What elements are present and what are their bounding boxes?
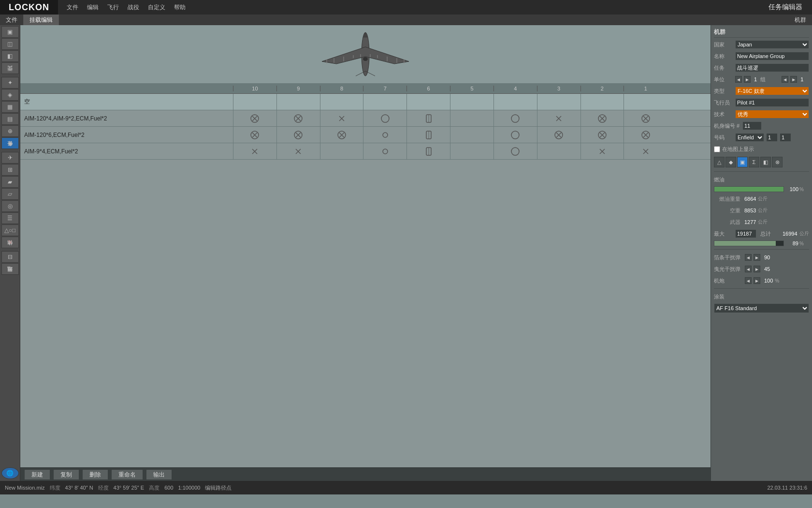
type-select[interactable]: F-16C 奴隶	[735, 87, 809, 95]
country-select[interactable]: Japan	[735, 40, 809, 49]
sidebar-mission-icon6[interactable]: ◉	[1, 137, 19, 149]
sidebar-obj-icon4[interactable]: ▱	[1, 188, 19, 200]
pylon-1-7[interactable]	[363, 127, 406, 143]
max-value-input[interactable]	[735, 229, 756, 238]
pylon-0-4[interactable]	[493, 110, 537, 126]
pylon-2-8[interactable]	[320, 143, 363, 159]
gun-right-btn[interactable]: ►	[754, 277, 760, 284]
sidebar-obj-icon8[interactable]: ✕	[1, 237, 19, 248]
flare-left-btn[interactable]: ◄	[745, 266, 752, 272]
unit-prev-btn[interactable]: ◄	[782, 76, 788, 83]
map-checkbox[interactable]	[714, 146, 720, 152]
pylon-0-7[interactable]	[363, 110, 406, 126]
pylon-1-6[interactable]	[406, 127, 450, 143]
menu-file[interactable]: 文件	[63, 2, 82, 13]
pylon-0-9[interactable]	[276, 110, 320, 126]
tool-btn-2[interactable]: ◆	[725, 157, 736, 167]
pilot-input[interactable]	[735, 98, 809, 107]
sidebar-mission-icon3[interactable]: ▦	[1, 101, 19, 113]
pylon-0-5[interactable]	[450, 110, 493, 126]
pylon-1-5[interactable]	[450, 127, 493, 143]
sidebar-obj-icon7[interactable]: △○□	[1, 224, 19, 236]
flare-right-btn[interactable]: ►	[754, 266, 760, 272]
pylon-empty-6[interactable]	[406, 94, 450, 110]
pylon-empty-9[interactable]	[276, 94, 320, 110]
pylon-empty-10[interactable]	[233, 94, 276, 110]
callsign-num1[interactable]	[766, 133, 778, 142]
sidebar-file-icon3[interactable]: ◧	[1, 50, 19, 62]
btn-copy[interactable]: 复制	[53, 469, 79, 480]
menu-help[interactable]: 帮助	[170, 2, 189, 13]
tab-loadout[interactable]: 挂载编辑	[24, 15, 59, 25]
pylon-0-8[interactable]	[320, 110, 363, 126]
btn-rename[interactable]: 重命名	[111, 469, 143, 480]
sidebar-file-icon2[interactable]: ◫	[1, 38, 19, 50]
tail-input[interactable]	[742, 121, 762, 130]
pylon-2-4[interactable]	[493, 143, 537, 159]
paint-select[interactable]: AF F16 Standard	[714, 303, 809, 313]
callsign-num2[interactable]	[780, 133, 791, 142]
loadout-row-1[interactable]: AIM-120*6,ECM,Fuel*2	[20, 127, 710, 143]
unit-next-btn[interactable]: ►	[790, 76, 797, 83]
sidebar-obj-icon1[interactable]: ✈	[1, 152, 19, 164]
tech-select[interactable]: 优秀	[735, 110, 809, 119]
menu-fly[interactable]: 飞行	[103, 2, 123, 13]
gun-left-btn[interactable]: ◄	[745, 277, 752, 284]
pylon-2-2[interactable]	[580, 143, 624, 159]
pylon-2-10[interactable]	[233, 143, 276, 159]
chaff-right-btn[interactable]: ►	[754, 254, 760, 261]
tab-group[interactable]: 机群	[789, 15, 812, 25]
btn-export[interactable]: 输出	[146, 469, 172, 480]
unit-left-btn[interactable]: ◄	[735, 76, 742, 83]
pylon-0-2[interactable]	[580, 110, 624, 126]
pylon-empty-1[interactable]	[624, 94, 667, 110]
pylon-2-9[interactable]	[276, 143, 320, 159]
pylon-empty-7[interactable]	[363, 94, 406, 110]
sidebar-mission-icon2[interactable]: ◈	[1, 89, 19, 101]
loadout-row-empty[interactable]: 空	[20, 94, 710, 110]
pylon-1-3[interactable]	[537, 127, 580, 143]
unit-right-btn[interactable]: ►	[744, 76, 751, 83]
menu-edit[interactable]: 编辑	[83, 2, 102, 13]
name-input[interactable]	[735, 52, 809, 60]
sidebar-obj-icon2[interactable]: ⊞	[1, 164, 19, 176]
tool-btn-5[interactable]: ◧	[760, 157, 771, 167]
pylon-2-5[interactable]	[450, 143, 493, 159]
menu-custom[interactable]: 自定义	[144, 2, 169, 13]
pylon-empty-3[interactable]	[537, 94, 580, 110]
pylon-2-6[interactable]	[406, 143, 450, 159]
sidebar-file-icon1[interactable]: ▣	[1, 26, 19, 38]
sidebar-map-icon1[interactable]: ⊟	[1, 251, 19, 263]
pylon-0-1[interactable]	[624, 110, 667, 126]
sidebar-obj-icon5[interactable]: ◎	[1, 200, 19, 212]
loadout-row-0[interactable]: AIM-120*4,AIM-9*2,ECM,Fuel*2	[20, 110, 710, 127]
sidebar-obj-icon3[interactable]: ▰	[1, 176, 19, 188]
menu-campaign[interactable]: 战役	[124, 2, 143, 13]
pylon-1-2[interactable]	[580, 127, 624, 143]
pylon-1-8[interactable]	[320, 127, 363, 143]
pylon-2-1[interactable]	[624, 143, 667, 159]
tool-btn-6[interactable]: ⊗	[772, 157, 783, 167]
tool-btn-1[interactable]: △	[714, 157, 725, 167]
pylon-0-10[interactable]	[233, 110, 276, 126]
pylon-1-10[interactable]	[233, 127, 276, 143]
sidebar-mission-icon5[interactable]: ⊕	[1, 125, 19, 137]
pylon-empty-8[interactable]	[320, 94, 363, 110]
pylon-0-3[interactable]	[537, 110, 580, 126]
btn-new[interactable]: 新建	[24, 469, 50, 480]
sidebar-file-icon4[interactable]: ⬚	[1, 62, 19, 74]
pylon-1-4[interactable]	[493, 127, 537, 143]
btn-delete[interactable]: 删除	[82, 469, 108, 480]
sidebar-mission-icon4[interactable]: ▤	[1, 113, 19, 125]
pylon-empty-4[interactable]	[493, 94, 537, 110]
sidebar-globe-icon[interactable]: 🌐	[1, 467, 19, 479]
mission-input[interactable]	[735, 63, 809, 72]
tool-btn-sigma[interactable]: Σ	[749, 157, 759, 167]
chaff-left-btn[interactable]: ◄	[745, 254, 752, 261]
pylon-2-7[interactable]	[363, 143, 406, 159]
loadout-row-2[interactable]: AIM-9*4,ECM,Fuel*2	[20, 143, 710, 160]
tool-btn-3[interactable]: ▣	[737, 157, 748, 167]
pylon-2-3[interactable]	[537, 143, 580, 159]
sidebar-obj-icon6[interactable]: ☰	[1, 212, 19, 224]
pylon-empty-5[interactable]	[450, 94, 493, 110]
